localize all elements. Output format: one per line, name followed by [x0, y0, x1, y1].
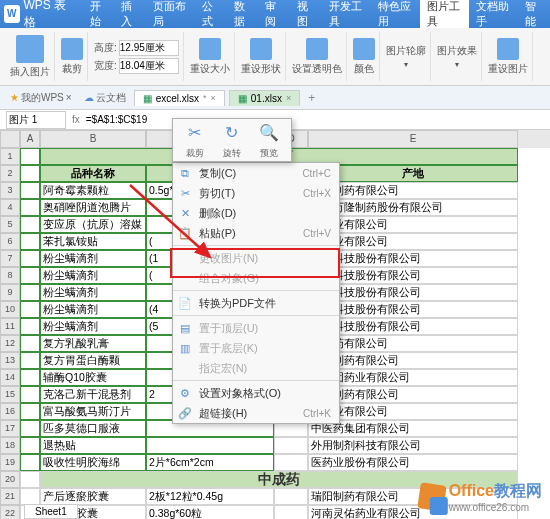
- header-name[interactable]: 品种名称: [40, 165, 146, 182]
- cell-name[interactable]: 粉尘螨滴剂: [40, 250, 146, 267]
- col-B[interactable]: B: [40, 130, 146, 148]
- tab-layout[interactable]: 页面布局: [146, 0, 195, 28]
- menu-cut[interactable]: ✂剪切(T)Ctrl+X: [173, 183, 339, 203]
- cell-name[interactable]: 奥硝唑阴道泡腾片: [40, 199, 146, 216]
- row-num[interactable]: 21: [0, 488, 20, 505]
- row-num[interactable]: 11: [0, 318, 20, 335]
- cell-spec[interactable]: [146, 437, 274, 454]
- cell-name[interactable]: 吸收性明胶海绵: [40, 454, 146, 471]
- cell-name[interactable]: 粉尘螨滴剂: [40, 284, 146, 301]
- cell-origin[interactable]: 外用制剂科技有限公司: [308, 437, 518, 454]
- sheet-tab[interactable]: Sheet1: [24, 504, 78, 519]
- menu-macro: 指定宏(N): [173, 358, 339, 378]
- ribbon-reset[interactable]: 重设大小: [186, 32, 235, 81]
- cell-spec[interactable]: 2板*12粒*0.45g: [146, 488, 274, 505]
- cell-name[interactable]: 辅酶Q10胶囊: [40, 369, 146, 386]
- ribbon-crop[interactable]: 裁剪: [57, 32, 88, 81]
- tab-view[interactable]: 视图: [290, 0, 322, 28]
- tab-pictools[interactable]: 图片工具: [420, 0, 469, 28]
- tab-home[interactable]: 开始: [83, 0, 115, 28]
- row-num[interactable]: 19: [0, 454, 20, 471]
- preview-icon[interactable]: 🔍: [259, 123, 279, 143]
- row-num[interactable]: 16: [0, 403, 20, 420]
- name-box[interactable]: 图片 1: [6, 111, 66, 129]
- xls-icon: ▦: [143, 93, 152, 104]
- row-num[interactable]: 15: [0, 386, 20, 403]
- cell-origin[interactable]: 医药业股份有限公司: [308, 454, 518, 471]
- row-num[interactable]: 9: [0, 284, 20, 301]
- ribbon-color[interactable]: 颜色: [349, 32, 380, 81]
- cell-name[interactable]: 富马酸氨马斯汀片: [40, 403, 146, 420]
- menu-copy[interactable]: ⧉复制(C)Ctrl+C: [173, 163, 339, 183]
- doctab-excel[interactable]: ▦excel.xlsx*×: [134, 90, 225, 106]
- cell-spec[interactable]: 0.38g*60粒: [146, 505, 274, 519]
- height-input[interactable]: [119, 40, 179, 56]
- close-icon[interactable]: ×: [286, 93, 291, 103]
- row-num[interactable]: 7: [0, 250, 20, 267]
- cell-name[interactable]: 产后逐瘀胶囊: [40, 488, 146, 505]
- row-num[interactable]: 3: [0, 182, 20, 199]
- row-num[interactable]: 14: [0, 369, 20, 386]
- ribbon-insert-pic[interactable]: 插入图片: [6, 32, 55, 81]
- tab-formula[interactable]: 公式: [195, 0, 227, 28]
- ribbon-reset-shape[interactable]: 重设形状: [237, 32, 286, 81]
- col-E[interactable]: E: [308, 130, 518, 148]
- row-num[interactable]: 10: [0, 301, 20, 318]
- row-num[interactable]: 5: [0, 216, 20, 233]
- row-num[interactable]: 17: [0, 420, 20, 437]
- row-num[interactable]: 12: [0, 335, 20, 352]
- cell-name[interactable]: 阿奇霉素颗粒: [40, 182, 146, 199]
- crumb-mywps[interactable]: ★我的WPS×: [6, 91, 76, 105]
- cell-name[interactable]: 粉尘螨滴剂: [40, 267, 146, 284]
- menu-link[interactable]: 🔗超链接(H)Ctrl+K: [173, 403, 339, 423]
- ribbon-border[interactable]: 图片轮廓▾: [382, 32, 431, 81]
- menu-format[interactable]: ⚙设置对象格式(O): [173, 383, 339, 403]
- row-num[interactable]: 1: [0, 148, 20, 165]
- crumb-cloud[interactable]: ☁云文档: [80, 91, 130, 105]
- tab-review[interactable]: 审阅: [258, 0, 290, 28]
- cell-name[interactable]: 退热贴: [40, 437, 146, 454]
- menu-paste[interactable]: 📋粘贴(P)Ctrl+V: [173, 223, 339, 243]
- row-num[interactable]: 4: [0, 199, 20, 216]
- row-num[interactable]: 8: [0, 267, 20, 284]
- format-icon: ⚙: [177, 385, 193, 401]
- watermark-text: Office教程网: [449, 481, 542, 502]
- row-num[interactable]: 22: [0, 505, 20, 519]
- ribbon-effect[interactable]: 图片效果▾: [433, 32, 482, 81]
- cell-name[interactable]: 变应原（抗原）溶媒: [40, 216, 146, 233]
- formula-value[interactable]: =$A$1:$C$19: [86, 114, 147, 125]
- ribbon-reset-pic[interactable]: 重设图片: [484, 32, 533, 81]
- cell-name[interactable]: 粉尘螨滴剂: [40, 318, 146, 335]
- cell-spec[interactable]: 2片*6cm*2cm: [146, 454, 274, 471]
- doctab-01[interactable]: ▦01.xlsx×: [229, 90, 300, 106]
- tab-insert[interactable]: 插入: [114, 0, 146, 28]
- tab-ai[interactable]: 智能: [518, 0, 550, 28]
- row-num[interactable]: 13: [0, 352, 20, 369]
- cell-name[interactable]: 克洛己新干混悬剂: [40, 386, 146, 403]
- menu-tabs: 开始 插入 页面布局 公式 数据 审阅 视图 开发工具 特色应用 图片工具 文档…: [83, 0, 550, 28]
- cell-name[interactable]: 苯扎氯铵贴: [40, 233, 146, 250]
- col-A[interactable]: A: [20, 130, 40, 148]
- row-num[interactable]: 6: [0, 233, 20, 250]
- row-num[interactable]: 18: [0, 437, 20, 454]
- tab-dochelper[interactable]: 文档助手: [469, 0, 518, 28]
- rotate-icon[interactable]: ↻: [222, 123, 242, 143]
- cell-name[interactable]: 复方乳酸乳膏: [40, 335, 146, 352]
- tab-dev[interactable]: 开发工具: [322, 0, 371, 28]
- add-tab-icon[interactable]: +: [308, 91, 315, 105]
- tab-special[interactable]: 特色应用: [371, 0, 420, 28]
- context-menu: ⧉复制(C)Ctrl+C ✂剪切(T)Ctrl+X ✕删除(D) 📋粘贴(P)C…: [172, 162, 340, 424]
- menu-change-pic: 更改图片(N): [173, 248, 339, 268]
- cell-name[interactable]: 匹多莫德口服液: [40, 420, 146, 437]
- menu-delete[interactable]: ✕删除(D): [173, 203, 339, 223]
- menu-pdf[interactable]: 📄转换为PDF文件: [173, 293, 339, 313]
- close-icon[interactable]: ×: [211, 93, 216, 103]
- cell-name[interactable]: 粉尘螨滴剂: [40, 301, 146, 318]
- cell-name[interactable]: 复方胃蛋白酶颗: [40, 352, 146, 369]
- context-mini-toolbar: ✂ ↻ 🔍 裁剪 旋转 预览: [172, 118, 292, 162]
- fx-icon[interactable]: fx: [72, 114, 80, 125]
- crop-icon[interactable]: ✂: [185, 123, 205, 143]
- tab-data[interactable]: 数据: [227, 0, 259, 28]
- width-input[interactable]: [119, 58, 179, 74]
- ribbon-transparent[interactable]: 设置透明色: [288, 32, 347, 81]
